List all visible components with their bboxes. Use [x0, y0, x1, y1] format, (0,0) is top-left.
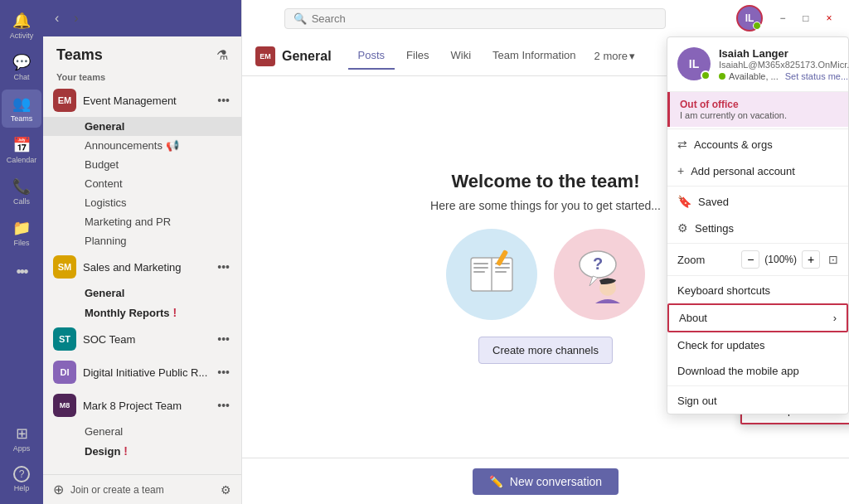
svg-rect-3	[473, 267, 488, 269]
channel-name-general: General	[85, 120, 124, 133]
settings-item[interactable]: ⚙ Settings	[667, 215, 848, 241]
profile-status-row: Available, ... Set status me...	[719, 71, 849, 81]
download-mobile-item[interactable]: Download the mobile app	[667, 358, 848, 384]
new-conversation-button[interactable]: ✏️ New conversation	[473, 468, 619, 495]
channel-budget[interactable]: Budget	[43, 155, 241, 174]
check-updates-label: Check for updates	[677, 339, 765, 351]
close-button[interactable]: ×	[819, 8, 839, 28]
join-create-icon: ⊕	[53, 482, 64, 497]
channel-general-mark8[interactable]: General	[43, 422, 241, 441]
search-icon: 🔍	[294, 12, 307, 25]
calls-nav-item[interactable]: 📞 Calls	[2, 172, 41, 211]
channel-name-header: General	[282, 49, 332, 64]
teams-nav-item[interactable]: 👥 Teams	[2, 90, 41, 128]
about-chevron-icon: ›	[833, 312, 837, 324]
activity-nav-item[interactable]: 🔔 Activity	[2, 7, 41, 45]
channel-name-announcements: Announcements 📢	[85, 139, 179, 152]
search-box[interactable]: 🔍	[284, 8, 666, 29]
your-teams-label: Your teams	[43, 69, 241, 84]
channel-monthly-reports[interactable]: Monthly Reports !	[43, 303, 241, 322]
help-nav-item[interactable]: ? Help	[2, 461, 41, 497]
top-bar: 🔍 IL − □ ×	[242, 0, 849, 36]
channel-general-em[interactable]: General	[43, 117, 241, 136]
more-nav-item[interactable]: •••	[2, 259, 41, 286]
team-more-em[interactable]: •••	[214, 92, 233, 109]
saved-item[interactable]: 🔖 Saved	[667, 188, 848, 215]
about-item[interactable]: About ›	[667, 303, 848, 332]
chat-nav-item[interactable]: 💬 Chat	[2, 48, 41, 86]
add-personal-account-item[interactable]: + Add personal account	[667, 158, 848, 184]
set-status-link[interactable]: Set status me...	[785, 71, 848, 81]
profile-status-text: Available, ...	[729, 71, 779, 81]
keyboard-shortcuts-item[interactable]: Keyboard shortcuts	[667, 278, 848, 303]
team-avatar-m8: M8	[53, 394, 76, 417]
settings-icon[interactable]: ⚙	[221, 483, 231, 497]
teams-list: EM Event Management ••• General Announce…	[43, 84, 241, 474]
search-input[interactable]	[312, 12, 657, 25]
team-event-management[interactable]: EM Event Management •••	[43, 84, 241, 117]
channel-design[interactable]: Design !	[43, 441, 241, 461]
chat-icon: 💬	[12, 53, 31, 71]
team-digital-initiative[interactable]: DI Digital Initiative Public R... •••	[43, 356, 241, 389]
calls-label: Calls	[13, 197, 30, 206]
saved-icon: 🔖	[677, 195, 691, 208]
team-soc[interactable]: ST SOC Team •••	[43, 322, 241, 356]
tab-team-information[interactable]: Team Information	[483, 42, 585, 70]
team-mark8[interactable]: M8 Mark 8 Project Team •••	[43, 389, 241, 422]
channel-general-sm[interactable]: General	[43, 284, 241, 303]
files-nav-item[interactable]: 📁 Files	[2, 214, 41, 252]
back-button[interactable]: ‹	[50, 7, 64, 29]
svg-rect-7	[495, 271, 507, 273]
ooo-text: I am currently on vacation.	[680, 110, 838, 120]
teams-sidebar: ‹ › Teams ⚗ Your teams EM Event Manageme…	[43, 0, 242, 504]
status-indicator	[719, 73, 725, 80]
check-updates-item[interactable]: Check for updates	[667, 332, 848, 358]
sidebar-header: Teams ⚗	[43, 36, 241, 69]
tab-wiki[interactable]: Wiki	[441, 42, 482, 70]
filter-icon[interactable]: ⚗	[216, 47, 228, 63]
team-avatar-sm: SM	[53, 255, 76, 279]
channel-name-design: Design	[85, 445, 120, 458]
divider-1	[667, 128, 848, 129]
team-avatar-em: EM	[53, 89, 76, 112]
create-channels-button[interactable]: Create more channels	[478, 337, 613, 364]
fullscreen-icon[interactable]: ⊡	[828, 253, 838, 266]
files-label: Files	[13, 239, 29, 247]
accounts-icon: ⇄	[677, 138, 687, 151]
team-sales-marketing[interactable]: SM Sales and Marketing •••	[43, 250, 241, 284]
channel-announcements[interactable]: Announcements 📢	[43, 136, 241, 155]
zoom-plus-button[interactable]: +	[802, 250, 820, 269]
channel-marketing-pr[interactable]: Marketing and PR	[43, 212, 241, 231]
more-tabs-button[interactable]: 2 more ▾	[588, 46, 642, 65]
forward-button[interactable]: ›	[69, 7, 83, 29]
minimize-button[interactable]: −	[773, 8, 793, 28]
channel-name-budget: Budget	[85, 158, 119, 171]
channel-name-general-sm: General	[85, 287, 124, 299]
tab-files[interactable]: Files	[396, 42, 439, 70]
welcome-images: ?	[446, 229, 645, 320]
team-more-di[interactable]: •••	[214, 364, 233, 380]
team-avatar-st: ST	[53, 327, 76, 351]
join-create-team[interactable]: ⊕ Join or create a team ⚙	[43, 474, 241, 504]
profile-info: Isaiah Langer IsaiahL@M365x825173.OnMicr…	[719, 47, 849, 81]
question-illustration: ?	[554, 229, 645, 320]
help-label: Help	[14, 484, 30, 492]
channel-content[interactable]: Content	[43, 174, 241, 193]
team-more-mark8[interactable]: •••	[214, 397, 233, 414]
channel-name-marketing: Marketing and PR	[85, 216, 171, 228]
user-avatar-button[interactable]: IL	[736, 5, 763, 32]
zoom-minus-button[interactable]: −	[741, 250, 759, 269]
tab-posts[interactable]: Posts	[348, 42, 395, 70]
channel-team-avatar: EM	[255, 46, 275, 66]
apps-nav-item[interactable]: ⊞ Apps	[2, 419, 41, 458]
accounts-orgs-item[interactable]: ⇄ Accounts & orgs	[667, 131, 848, 158]
team-more-soc[interactable]: •••	[214, 331, 233, 347]
team-more-sm[interactable]: •••	[214, 259, 233, 275]
maximize-button[interactable]: □	[796, 8, 816, 28]
channel-planning[interactable]: Planning	[43, 231, 241, 250]
svg-rect-6	[495, 267, 510, 269]
sign-out-item[interactable]: Sign out	[667, 388, 848, 414]
activity-bar: 🔔 Activity 💬 Chat 👥 Teams 📅 Calendar 📞 C…	[0, 0, 43, 504]
channel-logistics[interactable]: Logistics	[43, 193, 241, 212]
calendar-nav-item[interactable]: 📅 Calendar	[2, 131, 41, 169]
